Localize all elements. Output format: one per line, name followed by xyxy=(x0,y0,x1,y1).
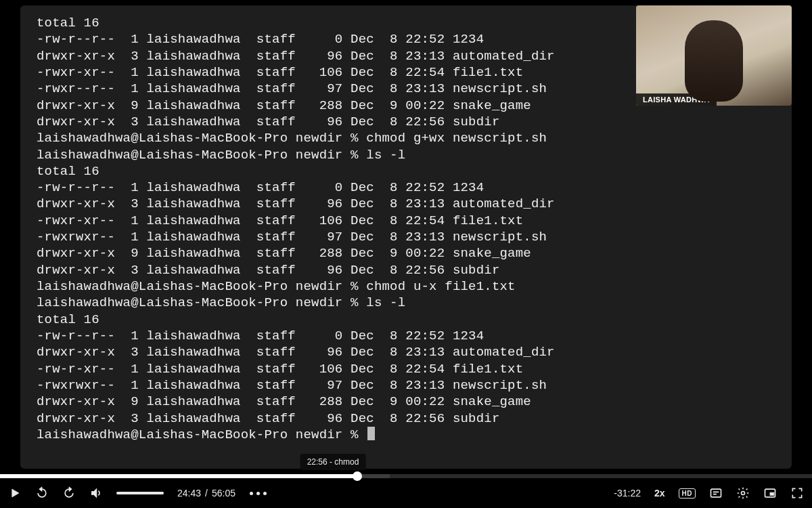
svg-rect-0 xyxy=(711,489,721,497)
more-menu-icon[interactable] xyxy=(249,492,267,495)
controls-right: -31:22 2x HD xyxy=(614,486,804,500)
quality-badge[interactable]: HD xyxy=(679,488,696,499)
svg-rect-3 xyxy=(770,492,774,495)
settings-icon[interactable] xyxy=(736,486,750,500)
pip-icon[interactable] xyxy=(763,486,777,500)
time-display: 24:43 / 56:05 xyxy=(177,488,235,499)
controls-row: 24:43 / 56:05 -31:22 2x HD xyxy=(0,478,812,508)
forward-10-icon[interactable] xyxy=(62,486,76,500)
chapter-tooltip: 22:56 - chmod xyxy=(300,454,366,470)
volume-icon[interactable] xyxy=(89,486,103,500)
svg-point-1 xyxy=(742,492,745,495)
terminal-cursor xyxy=(367,427,375,440)
volume-slider[interactable] xyxy=(116,492,164,494)
play-icon[interactable] xyxy=(8,486,22,500)
playback-speed-button[interactable]: 2x xyxy=(654,488,665,499)
time-separator: / xyxy=(205,488,208,499)
total-duration: 56:05 xyxy=(212,488,235,499)
transcript-icon[interactable] xyxy=(709,486,723,500)
video-frame: total 16 -rw-r--r-- 1 laishawadhwa staff… xyxy=(0,0,812,474)
elapsed-time: 24:43 xyxy=(177,488,201,499)
volume-fill xyxy=(116,492,164,494)
video-player: total 16 -rw-r--r-- 1 laishawadhwa staff… xyxy=(0,0,812,508)
presenter-webcam: LAISHA WADHWA xyxy=(636,5,792,106)
time-remaining: -31:22 xyxy=(614,488,641,499)
presenter-face xyxy=(693,34,735,83)
presenter-name-tag: LAISHA WADHWA xyxy=(636,93,717,106)
fullscreen-icon[interactable] xyxy=(790,486,804,500)
player-controls: 22:56 - chmod 24:4 xyxy=(0,474,812,508)
rewind-10-icon[interactable] xyxy=(35,486,49,500)
controls-left: 24:43 / 56:05 xyxy=(8,486,267,500)
